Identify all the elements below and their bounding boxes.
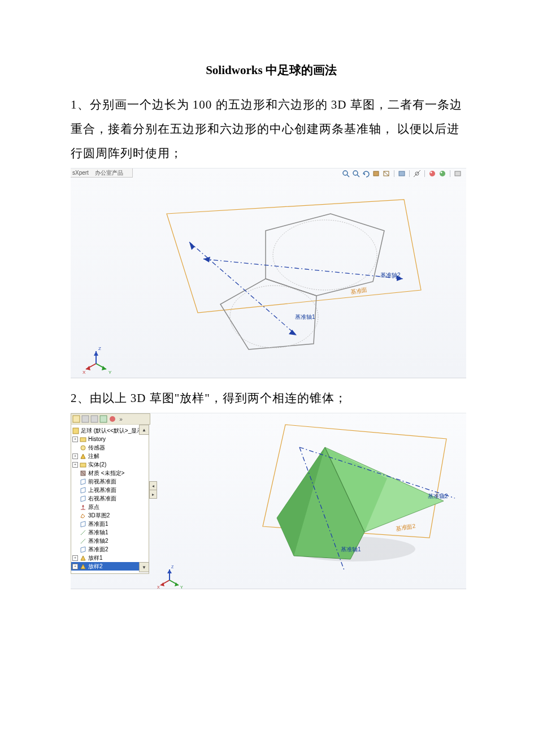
paragraph-1: 1、分别画一个边长为 100 的五边形和六边形的 3D 草图，二者有一条边重合，… [71,93,472,166]
svg-text:Y: Y [180,585,183,589]
fig1-axis1-label: 基准轴1 [295,313,315,321]
figure-1-3d-sketch: sXpert 办公室产品 [71,168,466,378]
svg-marker-23 [189,242,195,250]
svg-text:Y: Y [108,370,112,375]
fig2-axis1-label: 基准轴1 [341,546,361,554]
svg-marker-72 [167,569,172,573]
fig2-viewport: X Y Z [71,413,466,589]
svg-marker-17 [266,214,384,296]
figure-2-loft: » 足球 (默认<<默认>_显示状… +History 传感器 +注解 +实体(… [71,413,466,589]
fig1-axis2-label: 基准轴2 [380,271,401,279]
svg-text:X: X [83,370,86,375]
svg-text:Z: Z [98,346,101,351]
svg-marker-22 [289,330,297,335]
svg-line-21 [189,242,297,335]
page-title: Solidworks 中足球的画法 [71,62,472,78]
svg-text:X: X [157,585,160,589]
svg-marker-16 [167,200,421,313]
fig1-viewport: X Y Z [71,169,466,378]
fig2-axis2-label: 基准轴2 [428,493,448,500]
paragraph-2: 2、由以上 3D 草图"放样"，得到两个相连的锥体； [71,386,472,411]
svg-point-18 [273,220,377,290]
svg-text:Z: Z [171,565,174,569]
svg-marker-32 [94,351,98,356]
